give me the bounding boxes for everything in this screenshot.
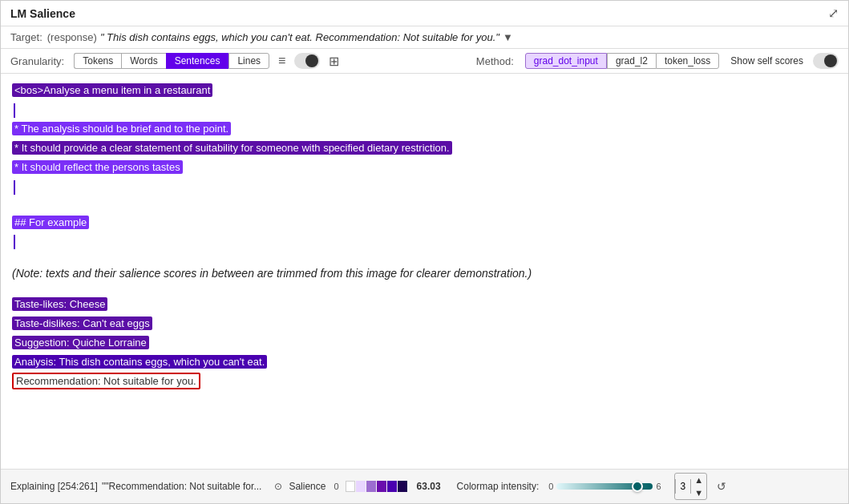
line-for-example: ## For example — [12, 214, 837, 232]
colormap-slider[interactable] — [556, 483, 653, 490]
expand-icon[interactable]: ⤢ — [828, 6, 839, 21]
content-area[interactable]: <bos>Analyse a menu item in a restaurant… — [1, 74, 848, 469]
controls-bar: Granularity: Tokens Words Sentences Line… — [1, 49, 848, 74]
trimmed-note: (Note: texts and their salience scores i… — [12, 260, 837, 286]
highlight-reflect: * It should reflect the persons tastes — [12, 160, 183, 174]
target-dropdown[interactable]: ▼ — [503, 31, 513, 43]
self-scores-toggle-inner — [815, 54, 837, 67]
color-box-3 — [366, 481, 376, 492]
cursor-1 — [14, 103, 15, 118]
toggle-inner — [296, 54, 318, 67]
method-tabs: grad_dot_input grad_l2 token_loss — [525, 53, 719, 69]
method-grad-l2[interactable]: grad_l2 — [607, 53, 656, 69]
tab-sentences[interactable]: Sentences — [166, 53, 229, 69]
salience-label: Salience — [289, 481, 325, 492]
cursor-3 — [14, 235, 15, 249]
lm-salience-window: LM Salience ⤢ Target: (response) " This … — [0, 0, 849, 504]
toggle-circle — [305, 54, 318, 67]
line-analysis-brief: * The analysis should be brief and to th… — [12, 120, 837, 138]
window-title: LM Salience — [10, 7, 75, 20]
explaining-label: Explaining [254:261] — [10, 481, 98, 492]
method-token-loss[interactable]: token_loss — [656, 53, 719, 69]
line-taste-likes: Taste-likes: Cheese — [12, 296, 837, 313]
colormap-slider-container: 0 6 — [548, 482, 661, 491]
color-box-4 — [377, 481, 386, 492]
line-bos: <bos>Analyse a menu item in a restaurant — [12, 82, 837, 99]
highlight-analysis: Analysis: This dish contains eggs, which… — [12, 355, 267, 369]
granularity-tabs: Tokens Words Sentences Lines — [74, 53, 269, 69]
granularity-label: Granularity: — [10, 55, 64, 67]
line-cursor-3 — [12, 233, 837, 251]
line-cursor-2 — [12, 178, 837, 196]
target-bar: Target: (response) " This dish contains … — [1, 26, 848, 49]
colormap-label: Colormap intensity: — [457, 481, 540, 492]
stepper-value: 3 — [675, 479, 692, 494]
highlight-recommendation: Recommendation: Not suitable for you. — [12, 373, 200, 389]
highlight-taste-dislikes: Taste-dislikes: Can't eat eggs — [12, 317, 152, 330]
stepper: 3 ▲ ▼ — [674, 473, 708, 500]
empty-line-1 — [12, 198, 837, 214]
explaining-quote: ""Recommendation: Not suitable for... — [102, 481, 261, 492]
cursor-2 — [14, 180, 15, 195]
self-scores-label: Show self scores — [730, 55, 803, 67]
line-suitability: * It should provide a clear statement of… — [12, 139, 837, 157]
salience-min: 0 — [334, 482, 338, 491]
tab-tokens[interactable]: Tokens — [74, 53, 121, 69]
target-label: Target: — [10, 31, 42, 43]
status-explaining: Explaining [254:261] ""Recommendation: N… — [10, 481, 261, 492]
grid-icon[interactable]: ⊞ — [326, 54, 342, 69]
line-reflect: * It should reflect the persons tastes — [12, 159, 837, 176]
stepper-up[interactable]: ▲ — [691, 474, 706, 486]
highlight-taste-likes: Taste-likes: Cheese — [12, 297, 107, 311]
line-cursor-1 — [12, 101, 837, 119]
tab-lines[interactable]: Lines — [228, 53, 269, 69]
target-value: " This dish contains eggs, which you can… — [100, 31, 499, 43]
color-scale — [346, 481, 407, 492]
list-icon[interactable]: ≡ — [276, 54, 288, 68]
line-analysis: Analysis: This dish contains eggs, which… — [12, 353, 837, 371]
self-scores-circle — [824, 54, 837, 67]
salience-value: 63.03 — [417, 481, 441, 492]
target-prefix: (response) — [47, 31, 97, 43]
color-box-2 — [356, 481, 366, 492]
method-grad-dot[interactable]: grad_dot_input — [525, 53, 607, 69]
salience-circle-icon: ⊙ — [274, 481, 282, 492]
colormap-thumb[interactable] — [632, 481, 643, 492]
highlight-suggestion: Suggestion: Quiche Lorraine — [12, 336, 149, 349]
line-suggestion: Suggestion: Quiche Lorraine — [12, 334, 837, 352]
status-bar: Explaining [254:261] ""Recommendation: N… — [1, 469, 848, 503]
method-label: Method: — [476, 55, 514, 67]
colormap-min: 0 — [548, 482, 553, 491]
refresh-button[interactable]: ↺ — [717, 480, 726, 493]
stepper-controls: ▲ ▼ — [691, 474, 706, 499]
line-recommendation: Recommendation: Not suitable for you. — [12, 373, 837, 390]
color-box-6 — [398, 481, 407, 492]
colormap-max: 6 — [656, 482, 661, 491]
highlight-bos: <bos>Analyse a menu item in a restaurant — [12, 83, 212, 97]
self-scores-toggle[interactable] — [813, 53, 839, 69]
highlight-suitability: * It should provide a clear statement of… — [12, 141, 452, 155]
tab-words[interactable]: Words — [121, 53, 165, 69]
highlight-brief: * The analysis should be brief and to th… — [12, 122, 231, 135]
stepper-down[interactable]: ▼ — [691, 486, 706, 499]
line-taste-dislikes: Taste-dislikes: Can't eat eggs — [12, 315, 837, 333]
toggle-view[interactable] — [294, 53, 320, 69]
color-box-5 — [387, 481, 397, 492]
highlight-for-example: ## For example — [12, 216, 89, 229]
title-bar: LM Salience ⤢ — [1, 1, 848, 26]
color-box-1 — [346, 481, 355, 492]
